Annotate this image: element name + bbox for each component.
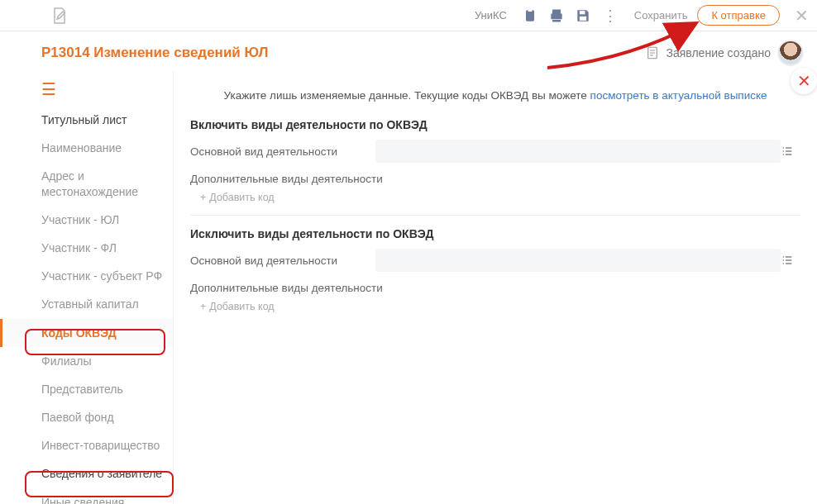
divider (190, 215, 800, 216)
include-main-row: Основной вид деятельности (190, 140, 800, 163)
main-content: ✕ Укажите лишь изменяемые данные. Текущи… (174, 71, 817, 504)
include-add-code[interactable]: + Добавить код (190, 192, 275, 203)
sidebar-item-10[interactable]: Паевой фонд (0, 403, 173, 431)
sidebar-item-12[interactable]: Сведения о заявителе (0, 459, 173, 487)
sidebar-item-1[interactable]: Наименование (0, 134, 173, 162)
status-area: Заявление создано (645, 40, 805, 66)
send-button[interactable]: К отправке (697, 5, 780, 26)
sidebar-item-13[interactable]: Иные сведения (0, 488, 173, 504)
clipboard-icon[interactable] (522, 7, 538, 24)
save-disk-icon[interactable] (575, 7, 591, 24)
svg-rect-3 (580, 16, 586, 20)
main-activity-label: Основной вид деятельности (190, 145, 375, 158)
edit-document-icon (50, 6, 69, 26)
exclude-additional-label: Дополнительные виды деятельности (190, 282, 800, 294)
sidebar-item-0[interactable]: Титульный лист (0, 106, 173, 134)
header: Р13014 Изменение сведений ЮЛ Заявление с… (0, 31, 817, 71)
svg-rect-2 (580, 11, 585, 14)
status-text: Заявление создано (666, 46, 772, 59)
hint-text: Укажите лишь изменяемые данные. Текущие … (190, 89, 800, 102)
sidebar-item-4[interactable]: Участник - ФЛ (0, 234, 173, 262)
sidebar-item-2[interactable]: Адрес и местонахождение (0, 162, 173, 205)
sidebar-item-7[interactable]: Коды ОКВЭД (0, 319, 173, 347)
plus-icon-2: + (200, 301, 206, 312)
sidebar-item-11[interactable]: Инвест-товарищество (0, 431, 173, 459)
sidebar-item-8[interactable]: Филиалы (0, 347, 173, 375)
include-main-input[interactable] (375, 140, 781, 163)
hint-prefix: Укажите лишь изменяемые данные. Текущие … (223, 89, 590, 102)
exclude-main-row: Основной вид деятельности (190, 249, 800, 272)
svg-rect-1 (528, 8, 532, 11)
sidebar-item-3[interactable]: Участник - ЮЛ (0, 206, 173, 234)
save-link[interactable]: Сохранить (634, 9, 688, 21)
main-activity-label-2: Основной вид деятельности (190, 254, 375, 267)
sidebar: ☰ Титульный листНаименованиеАдрес и мест… (0, 71, 174, 504)
print-icon[interactable] (548, 7, 565, 24)
menu-toggle-icon[interactable]: ☰ (0, 76, 173, 106)
exclude-heading: Исключить виды деятельности по ОКВЭД (190, 227, 800, 240)
list-menu-icon-2[interactable] (781, 254, 800, 267)
document-icon (645, 45, 660, 60)
list-menu-icon[interactable] (781, 145, 800, 158)
avatar[interactable] (777, 40, 804, 66)
exclude-add-code[interactable]: + Добавить код (190, 301, 275, 312)
close-panel-icon[interactable]: ✕ (791, 68, 817, 94)
include-heading: Включить виды деятельности по ОКВЭД (190, 118, 800, 131)
plus-icon: + (200, 192, 206, 203)
page-title: Р13014 Изменение сведений ЮЛ (41, 45, 645, 61)
sidebar-item-6[interactable]: Уставный капитал (0, 290, 173, 318)
hint-link[interactable]: посмотреть в актуальной выписке (590, 89, 767, 102)
close-icon[interactable]: ✕ (795, 6, 809, 26)
more-menu-icon[interactable]: ⋮ (603, 7, 618, 25)
sidebar-item-5[interactable]: Участник - субъект РФ (0, 262, 173, 290)
app-name: УниКС (475, 9, 507, 21)
sidebar-item-9[interactable]: Представитель (0, 375, 173, 403)
exclude-main-input[interactable] (375, 249, 781, 272)
topbar: УниКС ⋮ Сохранить К отправке ✕ (0, 0, 817, 31)
svg-rect-0 (526, 10, 534, 21)
include-additional-label: Дополнительные виды деятельности (190, 173, 800, 185)
